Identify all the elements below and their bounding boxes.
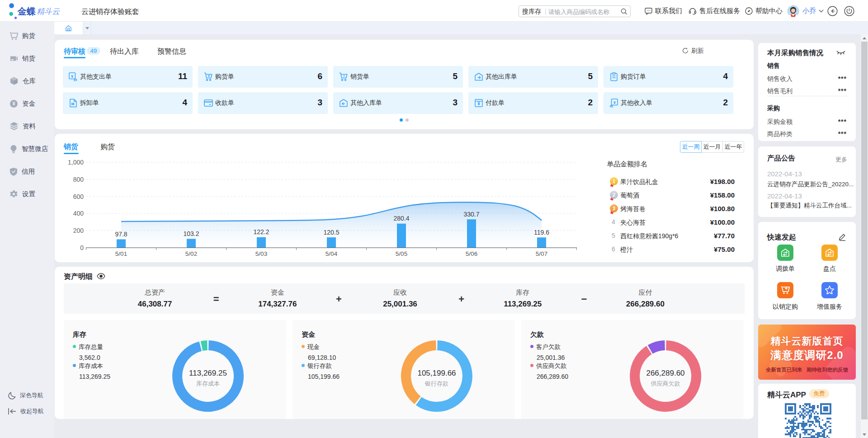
svg-text:122.2: 122.2: [253, 228, 269, 235]
svg-text:5/06: 5/06: [466, 250, 477, 257]
svg-text:¥: ¥: [613, 100, 616, 105]
svg-text:200: 200: [73, 227, 84, 234]
svg-text:5/07: 5/07: [536, 250, 547, 257]
svg-text:400: 400: [73, 210, 84, 217]
svg-text:¥: ¥: [71, 74, 74, 79]
svg-text:5/03: 5/03: [255, 250, 267, 257]
svg-text:97.8: 97.8: [115, 231, 127, 238]
svg-text:0: 0: [80, 244, 84, 251]
svg-text:330.7: 330.7: [463, 211, 479, 218]
svg-text:280.4: 280.4: [393, 215, 409, 222]
svg-text:800: 800: [73, 176, 84, 183]
svg-text:¥: ¥: [477, 101, 480, 106]
svg-text:5/05: 5/05: [396, 250, 407, 257]
svg-text:¥: ¥: [12, 101, 15, 106]
svg-text:600: 600: [73, 193, 84, 200]
svg-text:5/01: 5/01: [115, 250, 127, 257]
svg-text:1,000: 1,000: [68, 159, 84, 166]
svg-text:5/02: 5/02: [185, 250, 197, 257]
svg-text:119.6: 119.6: [534, 229, 549, 236]
svg-text:5/04: 5/04: [326, 250, 338, 257]
svg-text:103.2: 103.2: [183, 230, 199, 237]
svg-text:120.5: 120.5: [323, 229, 339, 236]
